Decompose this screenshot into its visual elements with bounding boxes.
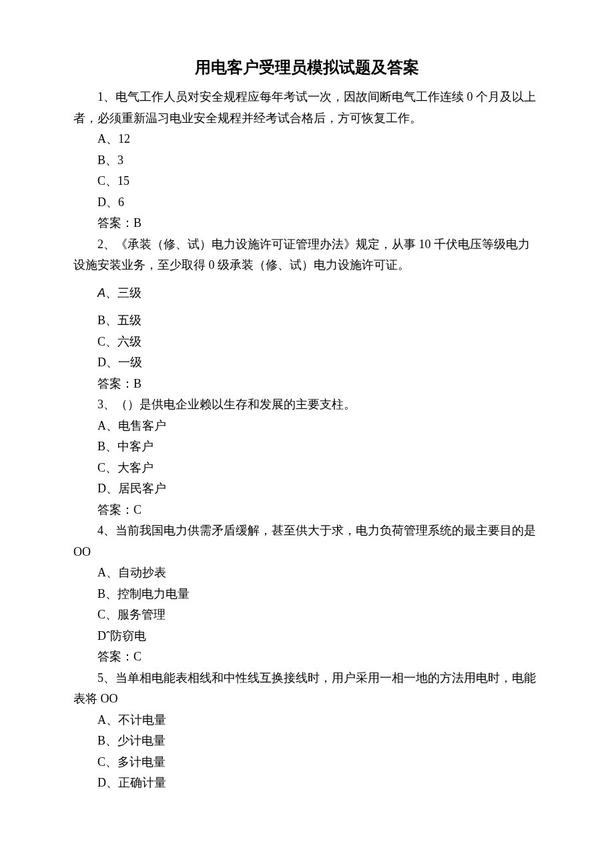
option-a: A、电售客户 — [73, 416, 541, 437]
question-stem: 3、（）是供电企业赖以生存和发展的主要支柱。 — [73, 394, 541, 416]
option-b: B、少计电量 — [73, 731, 541, 752]
option-b: B、中客户 — [73, 436, 541, 458]
option-d: D、正确计量 — [73, 773, 541, 794]
option-a-text: 、三级 — [105, 286, 141, 300]
answer: 答案：C — [73, 646, 541, 668]
page-title: 用电客户受理员模拟试题及答案 — [73, 53, 541, 81]
question-stem: 2、《承装（修、试）电力设施许可证管理办法》规定，从事 10 千伏电压等级电力设… — [73, 234, 541, 276]
option-c: C、大客户 — [73, 458, 541, 479]
answer: 答案：C — [73, 500, 541, 521]
question-stem: 1、电气工作人员对安全规程应每年考试一次，因故间断电气工作连续 0 个月及以上者… — [73, 87, 541, 129]
answer: 答案：B — [73, 213, 541, 234]
italic-letter: A — [97, 286, 105, 300]
option-b: B、控制电力电量 — [73, 584, 541, 605]
option-c: C、六级 — [73, 332, 541, 353]
option-b: B、五级 — [73, 310, 541, 332]
option-d: Dˆ防窃电 — [73, 626, 541, 647]
option-a: A、12 — [73, 129, 541, 150]
option-c: C、多计电量 — [73, 752, 541, 773]
option-a: A、三级 — [73, 276, 541, 311]
option-d: D、居民客户 — [73, 478, 541, 500]
option-d: D、6 — [73, 192, 541, 213]
option-a: A、自动抄表 — [73, 562, 541, 584]
answer: 答案：B — [73, 374, 541, 395]
option-c: C、服务管理 — [73, 604, 541, 626]
option-c: C、15 — [73, 171, 541, 192]
question-stem: 5、当单相电能表相线和中性线互换接线时，用户采用一相一地的方法用电时，电能表将 … — [73, 668, 541, 710]
question-stem: 4、当前我国电力供需矛盾缓解，甚至供大于求，电力负荷管理系统的最主要目的是 OO — [73, 520, 541, 562]
option-a: A、不计电量 — [73, 710, 541, 731]
option-d: D、一级 — [73, 352, 541, 374]
option-b: B、3 — [73, 150, 541, 171]
